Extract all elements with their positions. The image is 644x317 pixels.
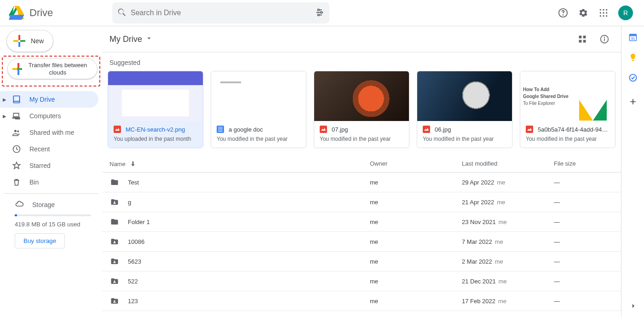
info-icon[interactable] — [595, 30, 614, 48]
suggested-card[interactable]: 06.jpgYou modified in the past year — [417, 71, 512, 148]
row-modified: 23 Nov 2021 — [462, 219, 496, 225]
avatar[interactable]: R — [618, 6, 633, 20]
keep-icon[interactable] — [628, 53, 638, 62]
image-icon — [526, 126, 533, 133]
add-icon[interactable] — [628, 97, 638, 106]
bin-icon — [12, 178, 21, 187]
settings-icon[interactable] — [574, 4, 592, 22]
row-name: Folder 1 — [128, 219, 150, 225]
row-modified-by: me — [497, 199, 505, 206]
nav-label: Computers — [29, 112, 61, 120]
col-name[interactable]: Name — [109, 160, 370, 167]
nav: ▶My Drive▶ComputersShared with meRecentS… — [4, 91, 98, 190]
svg-point-32 — [114, 281, 115, 282]
sidebar-item-recent[interactable]: Recent — [0, 141, 98, 157]
new-button[interactable]: New — [6, 30, 53, 52]
row-name: 123 — [128, 298, 138, 305]
suggested-card[interactable]: How To AddGoogle Shared DriveTo File Exp… — [520, 71, 615, 148]
svg-rect-24 — [579, 40, 582, 43]
docs-icon — [217, 126, 224, 133]
row-owner: me — [370, 298, 462, 305]
apps-icon[interactable] — [594, 4, 613, 22]
row-size: — — [554, 238, 614, 245]
nav-label: Recent — [29, 145, 50, 153]
transfer-button[interactable]: Transfer files between clouds — [7, 58, 98, 79]
row-size: — — [554, 179, 614, 186]
row-modified-by: me — [497, 179, 505, 186]
svg-point-31 — [114, 261, 115, 262]
svg-point-18 — [606, 15, 607, 17]
row-size: — — [554, 298, 614, 305]
svg-point-28 — [604, 37, 605, 37]
buy-storage-button[interactable]: Buy storage — [15, 233, 65, 248]
file-name: 07.jpg — [332, 126, 348, 133]
svg-rect-23 — [583, 36, 586, 39]
help-icon[interactable] — [554, 4, 572, 22]
suggested-card[interactable]: a google docYou modified in the past yea… — [211, 71, 306, 148]
search-options-icon[interactable] — [315, 7, 325, 19]
sidebar-storage[interactable]: Storage — [15, 199, 91, 210]
svg-marker-4 — [9, 15, 24, 20]
table-body: Testme29 Apr 2022me—gme21 Apr 2022me—Fol… — [102, 173, 621, 311]
svg-point-14 — [603, 12, 604, 13]
row-size: — — [554, 219, 614, 225]
nav-label: Bin — [29, 179, 39, 186]
suggested-card[interactable]: MC-EN-search-v2.pngYou uploaded in the p… — [108, 71, 203, 148]
table-row[interactable]: 522me21 Dec 2021me— — [102, 271, 621, 291]
svg-point-9 — [563, 15, 564, 15]
svg-point-33 — [114, 300, 115, 302]
svg-text:31: 31 — [631, 36, 634, 40]
col-modified[interactable]: Last modified — [462, 160, 554, 167]
file-meta: You modified in the past year — [320, 136, 403, 142]
table-row[interactable]: 5623me2 Mar 2022me— — [102, 252, 621, 271]
search-icon — [117, 7, 127, 19]
breadcrumb[interactable]: My Drive — [109, 34, 153, 45]
header: Drive R — [0, 0, 644, 26]
svg-point-6 — [321, 12, 322, 13]
recent-icon — [12, 144, 21, 154]
row-size: — — [554, 199, 614, 206]
row-modified: 2 Mar 2022 — [462, 258, 492, 265]
col-owner[interactable]: Owner — [370, 160, 462, 167]
file-meta: You modified in the past year — [526, 136, 610, 142]
collapse-rail-icon[interactable] — [629, 302, 638, 311]
row-owner: me — [370, 278, 462, 285]
drive-icon — [12, 95, 21, 104]
row-owner: me — [370, 219, 462, 225]
file-meta: You modified in the past year — [423, 136, 506, 142]
svg-point-10 — [600, 9, 601, 11]
row-modified-by: me — [499, 278, 507, 285]
logo-area[interactable]: Drive — [7, 4, 109, 22]
row-modified: 21 Dec 2021 — [462, 278, 496, 285]
sidebar-item-computers[interactable]: ▶Computers — [0, 108, 98, 124]
nav-label: My Drive — [29, 96, 55, 103]
sort-down-icon — [129, 160, 137, 167]
shared-folder-icon — [109, 297, 120, 305]
calendar-icon[interactable]: 31 — [628, 33, 638, 42]
sidebar-item-bin[interactable]: Bin — [0, 174, 98, 190]
image-icon — [114, 126, 121, 133]
storage-bar — [15, 214, 91, 216]
grid-view-icon[interactable] — [573, 30, 592, 48]
shared-folder-icon — [109, 277, 120, 285]
col-size[interactable]: File size — [554, 160, 614, 167]
row-name: 10086 — [128, 238, 144, 245]
table-row[interactable]: 10086me7 Mar 2022me— — [102, 232, 621, 252]
nav-label: Starred — [29, 162, 51, 169]
search-input[interactable] — [131, 9, 311, 17]
sidebar-item-starred[interactable]: Starred — [0, 157, 98, 174]
suggested-card[interactable]: 07.jpgYou modified in the past year — [314, 71, 409, 148]
sidebar-item-shared-with-me[interactable]: Shared with me — [0, 124, 98, 141]
file-meta: You uploaded in the past month — [114, 136, 197, 142]
tasks-icon[interactable] — [628, 73, 638, 82]
table-row[interactable]: Folder 1me23 Nov 2021me— — [102, 212, 621, 232]
table-row[interactable]: 123me17 Feb 2022me— — [102, 291, 621, 311]
table-row[interactable]: Testme29 Apr 2022me— — [102, 173, 621, 192]
svg-rect-22 — [579, 36, 582, 39]
search-bar[interactable] — [112, 2, 329, 23]
expand-caret-icon: ▶ — [3, 114, 6, 119]
sidebar-item-my-drive[interactable]: ▶My Drive — [0, 91, 98, 108]
table-row[interactable]: gme21 Apr 2022me— — [102, 192, 621, 212]
file-name: 5a0b5a74-6f14-4add-94c8… — [538, 126, 610, 133]
row-modified: 17 Feb 2022 — [462, 298, 495, 305]
